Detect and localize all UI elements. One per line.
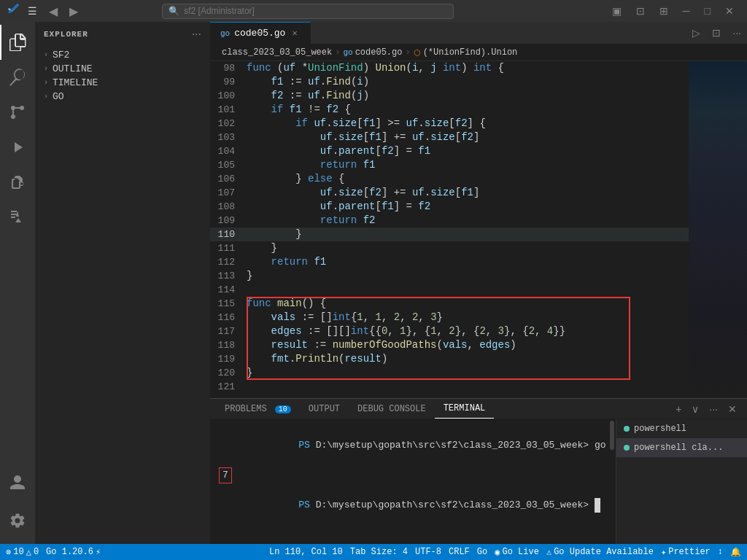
activity-settings[interactable] (0, 503, 35, 538)
terminal-line-1: PS D:\mysetup\gopath\src\sf2\class_2023_… (219, 424, 600, 467)
restore-button[interactable]: □ (699, 4, 716, 18)
code-line-103: 103 uf.size[f1] += uf.size[f2] (210, 131, 689, 144)
panel-scrollbar[interactable] (608, 419, 616, 544)
forward-button[interactable]: ▶ (65, 3, 82, 20)
go-lightning-icon: ⚡ (96, 547, 101, 558)
panel-tab-output[interactable]: OUTPUT (300, 400, 349, 419)
line-content-111: } (247, 241, 689, 255)
terminal-powershell-cla[interactable]: powershell cla... (616, 438, 747, 457)
line-content-117: edges := [][]int{{0, 1}, {1, 2}, {2, 3},… (247, 324, 689, 338)
panel-collapse-button[interactable]: ∨ (687, 400, 703, 418)
code-line-109: 109 return f2 (210, 214, 689, 228)
panel-more-button[interactable]: ··· (705, 400, 722, 418)
editor-more-button[interactable]: ··· (727, 23, 747, 43)
statusbar-bell[interactable]: 🔔 (730, 547, 741, 558)
search-bar[interactable]: 🔍 (162, 4, 454, 19)
hamburger-icon[interactable]: ☰ (28, 5, 37, 18)
statusbar-encoding[interactable]: UTF-8 (415, 547, 441, 557)
line-num-103: 103 (210, 131, 247, 144)
tab-code05[interactable]: go code05.go ✕ (210, 22, 311, 44)
statusbar-golive[interactable]: ◉ Go Live (495, 547, 539, 558)
terminal-prompt-1: PS (298, 440, 315, 451)
statusbar-language[interactable]: Go (477, 547, 487, 557)
terminal-ps-label: powershell (634, 424, 686, 434)
activity-bottom (0, 465, 35, 538)
layout-button[interactable]: ▣ (606, 4, 627, 18)
warning-icon: △ (26, 547, 31, 558)
error-count: 10 (13, 547, 23, 557)
statusbar-tabsize[interactable]: Tab Size: 4 (350, 547, 408, 557)
line-num-117: 117 (210, 324, 247, 338)
code-line-100: 100 f2 := uf.Find(j) (210, 89, 689, 103)
panel-add-button[interactable]: + (671, 400, 686, 418)
customize-button[interactable]: ⊞ (654, 4, 674, 18)
statusbar-lineending[interactable]: CRLF (449, 547, 470, 557)
go-arrow-icon: › (44, 93, 48, 101)
line-content-107: uf.size[f2] += uf.size[f1] (247, 186, 689, 200)
code-editor[interactable]: 98 func (uf *UnionFind) Union(i, j int) … (210, 61, 689, 398)
sidebar-item-sf2[interactable]: › SF2 (35, 48, 210, 62)
line-content-98: func (uf *UnionFind) Union(i, j int) int… (247, 61, 689, 75)
code-line-114: 114 (210, 283, 689, 297)
minimize-button[interactable]: ─ (677, 4, 696, 18)
line-content-116: vals := []int{1, 1, 2, 2, 3} (247, 311, 689, 324)
breadcrumb-symbol[interactable]: ⬡ (*UnionFind).Union (414, 47, 518, 58)
sidebar-header: EXPLORER ··· (35, 22, 210, 47)
editor-tabs: go code05.go ✕ ▷ ⊡ ··· (210, 22, 747, 44)
sidebar-item-go[interactable]: › GO (35, 90, 210, 104)
activity-explorer[interactable] (0, 25, 35, 60)
terminal-powershell[interactable]: powershell (616, 419, 747, 438)
statusbar-prettier[interactable]: ✦ Prettier (661, 547, 711, 558)
problems-label: PROBLEMS (225, 404, 267, 414)
line-num-101: 101 (210, 103, 247, 117)
search-input[interactable] (184, 6, 447, 16)
line-content-119: fmt.Println(result) (247, 352, 689, 366)
statusbar-goupdate[interactable]: ⚠ Go Update Available (546, 547, 654, 558)
activity-testing[interactable] (0, 200, 35, 235)
editor-panel-split: 98 func (uf *UnionFind) Union(i, j int) … (210, 61, 747, 544)
tab-label: code05.go (234, 28, 285, 39)
activity-extensions[interactable] (0, 165, 35, 200)
tab-close-button[interactable]: ✕ (290, 27, 299, 39)
terminal-content[interactable]: PS D:\mysetup\gopath\src\sf2\class_2023_… (210, 419, 608, 544)
warning-count: 0 (34, 547, 39, 557)
breadcrumb-file[interactable]: go code05.go (343, 47, 402, 58)
panel-close-button[interactable]: ✕ (724, 400, 741, 418)
panel-tab-problems[interactable]: PROBLEMS 10 (216, 400, 300, 419)
activity-account[interactable] (0, 465, 35, 500)
run-button[interactable]: ▷ (686, 23, 706, 43)
activity-source-control[interactable] (0, 95, 35, 130)
split-button[interactable]: ⊡ (630, 4, 651, 18)
sidebar-item-timeline[interactable]: › TIMELINE (35, 76, 210, 90)
back-button[interactable]: ◀ (44, 3, 62, 20)
statusbar-cursor[interactable]: Ln 110, Col 10 (269, 547, 343, 557)
statusbar-notifications[interactable]: ↕ (718, 547, 723, 557)
activity-search[interactable] (0, 60, 35, 95)
panel-tab-debug[interactable]: DEBUG CONSOLE (349, 400, 435, 419)
code-line-104: 104 uf.parent[f2] = f1 (210, 144, 689, 158)
sidebar-item-outline[interactable]: › OUTLINE (35, 62, 210, 76)
code-line-102: 102 if uf.size[f1] >= uf.size[f2] { (210, 117, 689, 131)
line-num-99: 99 (210, 75, 247, 89)
panel-scrollbar-thumb[interactable] (610, 421, 614, 450)
line-num-116: 116 (210, 311, 247, 324)
main-layout: EXPLORER ··· › SF2 › OUTLINE › TIMELINE … (0, 22, 747, 544)
line-content-99: f1 := uf.Find(i) (247, 75, 689, 89)
breadcrumb-folder[interactable]: class_2023_03_05_week (222, 47, 332, 58)
activity-run[interactable] (0, 130, 35, 165)
code-line-105: 105 return f1 (210, 158, 689, 172)
language-label: Go (477, 547, 487, 557)
panel-tab-terminal[interactable]: TERMINAL (435, 399, 495, 419)
sidebar-more-button[interactable]: ··· (192, 28, 201, 41)
outline-arrow-icon: › (44, 65, 48, 73)
close-button[interactable]: ✕ (719, 4, 740, 18)
terminal-result-box: 7 (219, 467, 232, 483)
line-num-107: 107 (210, 186, 247, 200)
line-content-115: func main() { (247, 297, 689, 311)
prettier-label: Prettier (668, 547, 711, 557)
split-editor-button[interactable]: ⊡ (706, 23, 727, 43)
statusbar-go-version[interactable]: Go 1.20.6 ⚡ (46, 547, 101, 558)
terminal-dot-1 (624, 426, 630, 432)
output-label: OUTPUT (309, 404, 340, 414)
statusbar-errors[interactable]: ⊗ 10 △ 0 (6, 547, 39, 558)
